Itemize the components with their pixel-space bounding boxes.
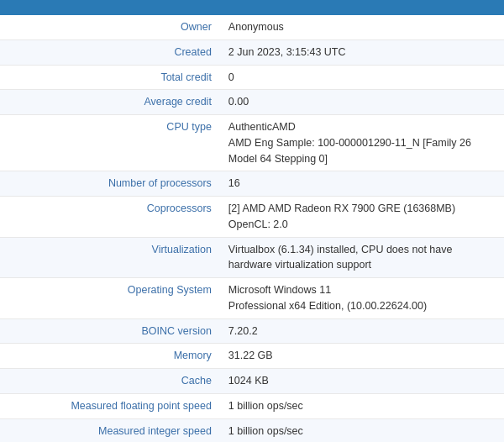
row-value: 1 billion ops/sec bbox=[222, 418, 504, 442]
table-row: Total credit0 bbox=[0, 65, 504, 90]
row-label: Total credit bbox=[0, 65, 222, 90]
row-label: Cache bbox=[0, 369, 222, 394]
row-value: 1 billion ops/sec bbox=[222, 393, 504, 418]
table-row: Operating SystemMicrosoft Windows 11Prof… bbox=[0, 278, 504, 319]
row-value: [2] AMD AMD Radeon RX 7900 GRE (16368MB)… bbox=[222, 197, 504, 238]
value-line2: Professional x64 Edition, (10.00.22624.0… bbox=[228, 300, 427, 312]
row-value: Anonymous bbox=[222, 15, 504, 39]
table-row: Cache1024 KB bbox=[0, 369, 504, 394]
row-value: 16 bbox=[222, 171, 504, 197]
row-label: Memory bbox=[0, 344, 222, 369]
row-value: 0 bbox=[222, 65, 504, 90]
table-row: Average credit0.00 bbox=[0, 90, 504, 115]
table-row: Coprocessors[2] AMD AMD Radeon RX 7900 G… bbox=[0, 197, 504, 238]
row-value: 2 Jun 2023, 3:15:43 UTC bbox=[222, 39, 504, 65]
row-value: 7.20.2 bbox=[222, 318, 504, 344]
table-row: Measured floating point speed1 billion o… bbox=[0, 393, 504, 418]
row-value: 0.00 bbox=[222, 90, 504, 115]
row-value: AuthenticAMDAMD Eng Sample: 100-00000129… bbox=[222, 115, 504, 171]
row-label: Virtualization bbox=[0, 237, 222, 278]
top-bar bbox=[0, 0, 504, 15]
row-value: 1024 KB bbox=[222, 369, 504, 394]
table-row: OwnerAnonymous bbox=[0, 15, 504, 39]
row-value: Microsoft Windows 11Professional x64 Edi… bbox=[222, 278, 504, 319]
row-label: Coprocessors bbox=[0, 197, 222, 238]
table-row: Measured integer speed1 billion ops/sec bbox=[0, 418, 504, 442]
table-row: Number of processors16 bbox=[0, 171, 504, 197]
row-value: Virtualbox (6.1.34) installed, CPU does … bbox=[222, 237, 504, 278]
row-label: CPU type bbox=[0, 115, 222, 171]
row-label: Number of processors bbox=[0, 171, 222, 197]
row-label: Operating System bbox=[0, 278, 222, 319]
row-label: Measured integer speed bbox=[0, 418, 222, 442]
row-label: BOINC version bbox=[0, 318, 222, 344]
value-line1: AuthenticAMD bbox=[228, 121, 296, 133]
table-row: CPU typeAuthenticAMDAMD Eng Sample: 100-… bbox=[0, 115, 504, 171]
value-line2: AMD Eng Sample: 100-000001290-11_N [Fami… bbox=[228, 137, 471, 165]
row-label: Measured floating point speed bbox=[0, 393, 222, 418]
row-value: 31.22 GB bbox=[222, 344, 504, 369]
table-row: Created2 Jun 2023, 3:15:43 UTC bbox=[0, 39, 504, 65]
row-label: Created bbox=[0, 39, 222, 65]
table-row: BOINC version7.20.2 bbox=[0, 318, 504, 344]
table-row: Memory31.22 GB bbox=[0, 344, 504, 369]
info-table: OwnerAnonymousCreated2 Jun 2023, 3:15:43… bbox=[0, 15, 504, 442]
row-label: Owner bbox=[0, 15, 222, 39]
table-row: VirtualizationVirtualbox (6.1.34) instal… bbox=[0, 237, 504, 278]
value-line1: Microsoft Windows 11 bbox=[228, 284, 331, 296]
row-label: Average credit bbox=[0, 90, 222, 115]
